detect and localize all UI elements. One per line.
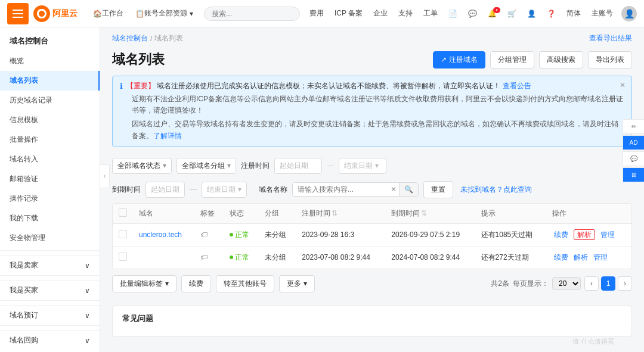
col-reg-time: 注册时间⇅: [296, 204, 385, 224]
nav-search-wrap: [204, 7, 300, 21]
sidebar-item-info-template[interactable]: 信息模板: [0, 110, 100, 130]
export-list-button[interactable]: 导出列表: [588, 51, 632, 68]
domain-search-wrap: ✕ 🔍: [292, 182, 419, 197]
alert-body2: 因域名过户、交易等导致域名持有者发生变更的，请及时变更或注销备案；处于急需续费或…: [132, 119, 624, 141]
register-icon: ↗: [441, 55, 447, 64]
sidebar-group-preorder[interactable]: 域名预订 ∨: [0, 305, 100, 325]
row2-manage-action[interactable]: 管理: [593, 253, 608, 261]
reg-end-date[interactable]: 结束日期 ▾: [339, 158, 386, 174]
row2-tag-icon[interactable]: 🏷: [200, 253, 208, 261]
status-filter-arrow: ▾: [163, 161, 166, 170]
nav-icon1[interactable]: 📄: [444, 7, 462, 20]
sidebar-item-history[interactable]: 历史域名记录: [0, 91, 100, 110]
nav-notifications[interactable]: 🔔•: [483, 7, 501, 20]
top-navigation: 阿里云 🏠 工作台 📋 账号全部资源 ▾ 费用 ICP 备案 企业 支持 工单 …: [0, 0, 644, 27]
breadcrumb-export[interactable]: 查看导出结果: [589, 33, 632, 43]
domain-search-input[interactable]: [293, 183, 388, 196]
sidebar-item-overview[interactable]: 概览: [0, 51, 100, 71]
sidebar-item-domain-list[interactable]: 域名列表: [0, 71, 100, 91]
advanced-search-button[interactable]: 高级搜索: [539, 51, 583, 68]
sidebar-group-buyback[interactable]: 域名回购 ∨: [0, 330, 100, 350]
expire-sort-icon[interactable]: ⇅: [421, 209, 427, 217]
expire-start-date[interactable]: 起始日期: [145, 182, 185, 198]
sidebar-collapse-button[interactable]: ‹: [100, 164, 110, 188]
logo[interactable]: 阿里云: [33, 5, 78, 22]
group-filter[interactable]: 全部域名分组 ▾: [177, 158, 236, 174]
nav-workbench[interactable]: 🏠 工作台: [87, 0, 129, 27]
page-nav: ‹ 1 ›: [584, 276, 632, 291]
row1-reg-time: 2023-09-28 16:3: [296, 223, 385, 246]
nav-icp[interactable]: ICP 备案: [330, 6, 367, 21]
select-all-checkbox[interactable]: [119, 208, 127, 217]
expire-calendar-icon: ▾: [238, 185, 242, 194]
date-sep: —: [327, 161, 334, 170]
filter-row-1: 全部域名状态 ▾ 全部域名分组 ▾ 注册时间 起始日期 — 结束日期 ▾: [100, 153, 644, 179]
row1-tag-icon[interactable]: 🏷: [200, 230, 208, 239]
nav-fees[interactable]: 费用: [305, 6, 329, 21]
not-found-link[interactable]: 未找到域名？点此查询: [460, 185, 532, 195]
batch-renew-button[interactable]: 续费: [181, 275, 211, 292]
status-filter[interactable]: 全部域名状态 ▾: [112, 158, 172, 174]
per-page-select[interactable]: 20: [552, 277, 581, 290]
nav-cart[interactable]: 🛒: [503, 7, 521, 20]
nav-support[interactable]: 支持: [394, 6, 417, 21]
nav-help[interactable]: ❓: [542, 7, 561, 20]
col-status: 状态: [224, 204, 259, 224]
page-header: 域名列表 ↗ 注册域名 分组管理 高级搜索 导出列表: [100, 46, 644, 76]
logo-icon: [33, 5, 50, 22]
nav-tools[interactable]: 工单: [419, 6, 442, 21]
edit-float-button[interactable]: ✏: [623, 119, 644, 134]
row1-dns-action[interactable]: 解析: [574, 229, 595, 240]
hamburger-menu[interactable]: [7, 3, 29, 24]
group-manage-button[interactable]: 分组管理: [490, 51, 534, 68]
reg-sort-icon[interactable]: ⇅: [332, 209, 338, 217]
row2-group: 未分组: [259, 246, 296, 269]
ad-float-button[interactable]: AD: [623, 135, 644, 150]
alert-detail-link[interactable]: 了解详情: [153, 132, 182, 140]
chevron-down-icon: ∨: [85, 261, 90, 270]
nav-icon2[interactable]: 💬: [463, 7, 482, 20]
nav-account-btn[interactable]: 主账号: [587, 6, 618, 21]
nav-user[interactable]: 👤: [522, 7, 541, 20]
reg-start-date[interactable]: 起始日期: [274, 158, 322, 174]
sidebar-item-security[interactable]: 安全物管理: [0, 228, 100, 248]
sidebar-item-op-log[interactable]: 操作记录: [0, 189, 100, 208]
next-page-button[interactable]: ›: [618, 276, 632, 291]
sidebar-title: 域名控制台: [0, 27, 100, 51]
reset-button[interactable]: 重置: [423, 181, 453, 198]
col-hint: 提示: [475, 204, 546, 224]
sidebar-group-buyer[interactable]: 我是买家 ∨: [0, 280, 100, 300]
row1-expire-time: 2026-09-29 07:5 2:19: [385, 223, 475, 246]
row2-checkbox[interactable]: [119, 253, 127, 261]
nav-enterprise[interactable]: 企业: [369, 6, 392, 21]
alert-close-button[interactable]: ✕: [620, 81, 626, 89]
search-clear-icon[interactable]: ✕: [388, 183, 399, 196]
row1-domain-link[interactable]: uncleroo.tech: [139, 230, 182, 239]
batch-transfer-button[interactable]: 转至其他账号: [216, 275, 274, 292]
expire-end-date[interactable]: 结束日期 ▾: [202, 182, 247, 198]
col-expire-time: 到期时间⇅: [385, 204, 475, 224]
nav-search-input[interactable]: [204, 7, 300, 21]
nav-language[interactable]: 简体: [562, 6, 586, 21]
search-button[interactable]: 🔍: [399, 183, 418, 196]
sidebar-item-batch-ops[interactable]: 批量操作: [0, 130, 100, 149]
row2-renew-action[interactable]: 续费: [554, 253, 568, 261]
chat-float-button[interactable]: 💬: [623, 151, 644, 166]
row2-dns-action[interactable]: 解析: [574, 253, 588, 261]
row1-renew-action[interactable]: 续费: [554, 230, 568, 239]
grid-float-button[interactable]: ⊞: [623, 167, 644, 182]
nav-account-resources[interactable]: 📋 账号全部资源 ▾: [129, 0, 199, 27]
alert-announcement-link[interactable]: 查看公告: [503, 82, 531, 90]
prev-page-button[interactable]: ‹: [584, 276, 599, 291]
sidebar-item-my-download[interactable]: 我的下载: [0, 208, 100, 228]
batch-tag-button[interactable]: 批量编辑标签 ▾: [112, 275, 177, 292]
row1-manage-action[interactable]: 管理: [600, 230, 615, 239]
register-domain-button[interactable]: ↗ 注册域名: [433, 51, 485, 68]
breadcrumb-home[interactable]: 域名控制台: [112, 33, 148, 43]
sidebar-item-transfer-in[interactable]: 域名转入: [0, 149, 100, 169]
sidebar-item-email-verify[interactable]: 邮箱验证: [0, 169, 100, 189]
row1-checkbox[interactable]: [119, 230, 127, 238]
sidebar-group-seller[interactable]: 我是卖家 ∨: [0, 255, 100, 275]
more-button[interactable]: 更多 ▾: [279, 275, 315, 292]
avatar[interactable]: 👤: [621, 6, 637, 21]
